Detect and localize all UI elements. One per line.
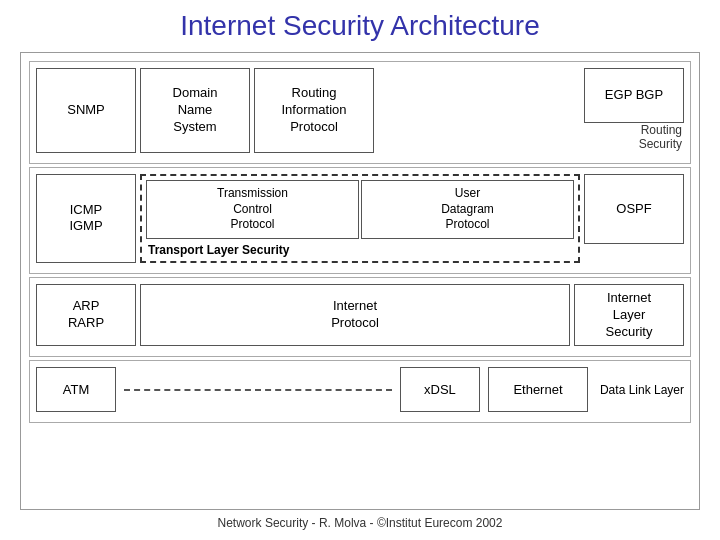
dashed-separator [124, 389, 392, 391]
datalink-layer: ATM xDSL Ethernet Data Link Layer [29, 360, 691, 423]
ip-box: Internet Protocol [140, 284, 570, 347]
ils-box: Internet Layer Security [574, 284, 684, 347]
snmp-box: SNMP [36, 68, 136, 153]
network-row: ARP RARP Internet Protocol Internet Laye… [36, 284, 684, 347]
udp-box: User Datagram Protocol [361, 180, 574, 239]
diagram: SNMP Domain Name System Routing Informat… [20, 52, 700, 510]
network-layer: ARP RARP Internet Protocol Internet Laye… [29, 277, 691, 358]
transport-layer: ICMP IGMP Transmission Control Protocol … [29, 167, 691, 274]
icmp-box: ICMP IGMP [36, 174, 136, 263]
tls-label: Transport Layer Security [146, 241, 574, 257]
transport-row: ICMP IGMP Transmission Control Protocol … [36, 174, 684, 263]
tls-group: Transmission Control Protocol User Datag… [140, 174, 580, 263]
datalink-label: Data Link Layer [588, 383, 684, 397]
ospf-box: OSPF [584, 174, 684, 244]
arp-box: ARP RARP [36, 284, 136, 347]
tcp-box: Transmission Control Protocol [146, 180, 359, 239]
page: Internet Security Architecture SNMP Doma… [0, 0, 720, 540]
ethernet-box: Ethernet [488, 367, 588, 412]
page-title: Internet Security Architecture [180, 10, 540, 42]
rip-box: Routing Information Protocol [254, 68, 374, 153]
dns-box: Domain Name System [140, 68, 250, 153]
application-layer: SNMP Domain Name System Routing Informat… [29, 61, 691, 164]
atm-box: ATM [36, 367, 116, 412]
xdsl-box: xDSL [400, 367, 480, 412]
tcp-udp-row: Transmission Control Protocol User Datag… [146, 180, 574, 239]
footer: Network Security - R. Molva - ©Institut … [218, 516, 503, 530]
routing-security-label: RoutingSecurity [639, 123, 684, 151]
application-row: SNMP Domain Name System Routing Informat… [36, 68, 684, 153]
egp-section: EGP BGP RoutingSecurity [378, 68, 684, 153]
egp-box: EGP BGP [584, 68, 684, 123]
datalink-row: ATM xDSL Ethernet Data Link Layer [36, 367, 684, 412]
